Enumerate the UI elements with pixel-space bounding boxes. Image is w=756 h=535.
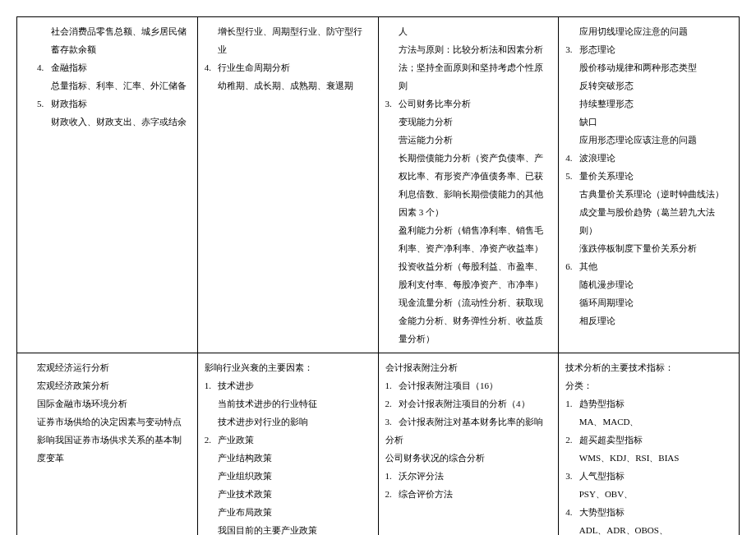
- text: 随机漫步理论: [565, 275, 732, 293]
- text: 产业政策: [218, 435, 254, 445]
- heading: 影响行业兴衰的主要因素：: [205, 358, 371, 376]
- list-item: 2.综合评价方法: [385, 485, 552, 503]
- text: 对会计报表附注项目的分析（4）: [399, 399, 530, 408]
- text: 社会消费品零售总额、城乡居民储蓄存款余额: [37, 22, 191, 58]
- list-item: 1.会计报表附注项目（16）: [385, 376, 552, 394]
- list-item: 2.超买超卖型指标: [565, 431, 732, 449]
- num: 1.: [385, 467, 399, 485]
- heading: 分类：: [565, 376, 732, 394]
- text: 增长型行业、周期型行业、防守型行业: [205, 22, 371, 58]
- text: 财政指标: [51, 99, 87, 108]
- num: 4.: [205, 58, 219, 76]
- text: 总量指标、利率、汇率、外汇储备: [37, 76, 191, 95]
- text: 其他: [579, 261, 597, 271]
- text: 超买超卖型指标: [579, 435, 643, 445]
- num: 4.: [565, 149, 579, 167]
- cell-r1c1: 社会消费品零售总额、城乡居民储蓄存款余额 4.金融指标 总量指标、利率、汇率、外…: [17, 17, 198, 353]
- num: 3.: [385, 413, 399, 431]
- text: 方法与原则：比较分析法和因素分析法；坚持全面原则和坚持考虑个性原则: [385, 40, 552, 95]
- list-item: 6.其他: [565, 257, 732, 275]
- text: 行业生命周期分析: [218, 62, 290, 72]
- cell-r2c1: 宏观经济运行分析 宏观经济政策分析 国际金融市场环境分析 证券市场供给的决定因素…: [17, 353, 198, 536]
- num: 5.: [37, 95, 51, 113]
- list-item: 4.金融指标: [37, 58, 191, 76]
- text: 古典量价关系理论（逆时钟曲线法）: [565, 185, 732, 203]
- text: 趋势型指标: [579, 399, 625, 408]
- text: 宏观经济政策分析: [37, 376, 191, 394]
- list-item: 2.产业政策: [205, 431, 371, 449]
- list-item: 4.行业生命周期分析: [205, 58, 371, 76]
- cell-r2c2: 影响行业兴衰的主要因素： 1.技术进步 当前技术进步的行业特征 技术进步对行业的…: [197, 353, 378, 536]
- list-item: 3.人气型指标: [565, 467, 732, 485]
- num: 5.: [565, 167, 579, 185]
- list-item: 1.趋势型指标: [565, 394, 732, 413]
- list-item: 1.技术进步: [205, 376, 371, 394]
- num: 4.: [565, 503, 579, 521]
- text: 金融指标: [51, 62, 87, 72]
- num: 6.: [565, 257, 579, 275]
- text: 技术进步: [218, 380, 254, 390]
- heading: 公司财务状况的综合分析: [385, 449, 552, 467]
- table-row: 社会消费品零售总额、城乡居民储蓄存款余额 4.金融指标 总量指标、利率、汇率、外…: [17, 17, 740, 353]
- num: 3.: [565, 467, 579, 485]
- text: 持续整理形态: [565, 95, 732, 113]
- cell-r1c2: 增长型行业、周期型行业、防守型行业 4.行业生命周期分析 幼稚期、成长期、成熟期…: [197, 17, 378, 353]
- num: 1.: [565, 394, 579, 413]
- list-item: 5.量价关系理论: [565, 167, 732, 185]
- num: 1.: [385, 376, 399, 394]
- text: 股价移动规律和两种形态类型: [565, 58, 732, 76]
- list-item: 5.财政指标: [37, 95, 191, 113]
- text: 循环周期理论: [565, 293, 732, 311]
- text: 形态理论: [579, 44, 615, 54]
- text: 产业组织政策: [205, 467, 371, 485]
- num: 2.: [205, 431, 219, 449]
- text: 大势型指标: [579, 507, 625, 517]
- text: 影响我国证券市场供求关系的基本制度变革: [37, 431, 191, 467]
- text: 成交量与股价趋势（葛兰碧九大法则）: [565, 203, 732, 239]
- list-item: 1.沃尔评分法: [385, 467, 552, 485]
- text: ADL、ADR、OBOS、: [565, 521, 732, 535]
- text: 产业布局政策: [205, 503, 371, 521]
- heading: 技术分析的主要技术指标：: [565, 358, 732, 376]
- text: 长期偿债能力分析（资产负债率、产权比率、有形资产净值债务率、已获利息倍数、影响长…: [385, 149, 552, 221]
- text: 波浪理论: [579, 153, 615, 163]
- text: 量价关系理论: [579, 171, 634, 181]
- list-item: 4.大势型指标: [565, 503, 732, 521]
- text: PSY、OBV、: [565, 485, 732, 503]
- num: 2.: [385, 485, 399, 503]
- text: 技术进步对行业的影响: [205, 413, 371, 431]
- text: 宏观经济运行分析: [37, 358, 191, 376]
- cell-r1c4: 应用切线理论应注意的问题 3.形态理论 股价移动规律和两种形态类型 反转突破形态…: [559, 17, 740, 353]
- text: 变现能力分析: [385, 113, 552, 131]
- cell-r1c3: 人 方法与原则：比较分析法和因素分析法；坚持全面原则和坚持考虑个性原则 3.公司…: [378, 17, 559, 353]
- text: 应用切线理论应注意的问题: [565, 22, 732, 40]
- text: 会计报表附注项目（16）: [399, 380, 498, 390]
- text: 公司财务比率分析: [399, 99, 471, 108]
- text: 综合评价方法: [399, 489, 453, 499]
- num: 4.: [37, 58, 51, 76]
- text: 人气型指标: [579, 471, 625, 481]
- text: 人: [385, 22, 552, 40]
- text: 产业技术政策: [205, 485, 371, 503]
- num: 1.: [205, 376, 219, 394]
- list-item: 3.会计报表附注对基本财务比率的影响分析: [385, 413, 552, 449]
- list-item: 2.对会计报表附注项目的分析（4）: [385, 394, 552, 413]
- num: 3.: [565, 40, 579, 58]
- list-item: 4.波浪理论: [565, 149, 732, 167]
- text: 现金流量分析（流动性分析、获取现金能力分析、财务弹性分析、收益质量分析）: [385, 293, 552, 348]
- text: 国际金融市场环境分析: [37, 394, 191, 413]
- text: 证券市场供给的决定因素与变动特点: [37, 413, 191, 431]
- text: 应用形态理论应该注意的问题: [565, 131, 732, 149]
- num: 3.: [385, 95, 399, 113]
- table-row: 宏观经济运行分析 宏观经济政策分析 国际金融市场环境分析 证券市场供给的决定因素…: [17, 353, 740, 536]
- text: 财政收入、财政支出、赤字或结余: [37, 113, 191, 131]
- num: 2.: [385, 394, 399, 413]
- text: 营运能力分析: [385, 131, 552, 149]
- content-table: 社会消费品零售总额、城乡居民储蓄存款余额 4.金融指标 总量指标、利率、汇率、外…: [16, 16, 740, 535]
- text: 相反理论: [565, 311, 732, 330]
- text: 投资收益分析（每股利益、市盈率、股利支付率、每股净资产、市净率）: [385, 257, 552, 293]
- heading: 会计报表附注分析: [385, 358, 552, 376]
- text: 缺口: [565, 113, 732, 131]
- text: WMS、KDJ、RSI、BIAS: [565, 449, 732, 467]
- text: 反转突破形态: [565, 76, 732, 95]
